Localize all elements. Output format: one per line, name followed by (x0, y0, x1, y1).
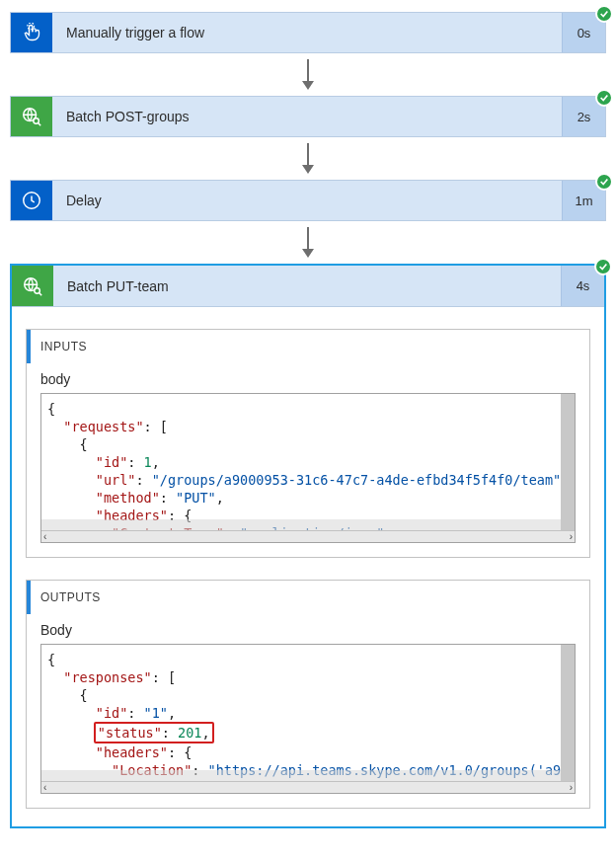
svg-line-7 (39, 292, 42, 295)
outputs-code-box[interactable]: { "responses": [ { "id": "1", "status": … (40, 644, 576, 794)
outputs-json: { "responses": [ { "id": "1", "status": … (41, 645, 561, 781)
svg-point-2 (34, 118, 39, 124)
inputs-json: { "requests": [ { "id": 1, "url": "/grou… (41, 394, 561, 530)
body-label: Body (27, 614, 589, 644)
arrow-icon (10, 59, 606, 90)
step-post-groups[interactable]: Batch POST-groups 2s (10, 96, 606, 137)
step-title: Delay (52, 181, 562, 220)
clock-icon (11, 181, 52, 220)
step-title: Batch PUT-team (53, 266, 561, 306)
outputs-section: OUTPUTS Body { "responses": [ { "id": "1… (26, 580, 590, 809)
touch-icon (11, 13, 52, 52)
arrow-icon (10, 143, 606, 174)
svg-line-3 (38, 123, 41, 126)
chevron-right-icon[interactable]: › (570, 531, 573, 542)
horizontal-scrollbar[interactable]: ‹ › (41, 781, 575, 793)
arrow-icon (10, 227, 606, 258)
step-put-team[interactable]: Batch PUT-team 4s (12, 266, 604, 307)
success-badge (595, 173, 613, 191)
globe-search-icon (11, 97, 52, 136)
vertical-scrollbar[interactable] (561, 394, 575, 530)
inputs-section: INPUTS body { "requests": [ { "id": 1, "… (26, 329, 590, 558)
horizontal-scrollbar[interactable]: ‹ › (41, 530, 575, 542)
step-delay[interactable]: Delay 1m (10, 180, 606, 221)
chevron-left-icon[interactable]: ‹ (43, 782, 46, 793)
inputs-code-box[interactable]: { "requests": [ { "id": 1, "url": "/grou… (40, 393, 576, 543)
chevron-left-icon[interactable]: ‹ (43, 531, 46, 542)
chevron-right-icon[interactable]: › (570, 782, 573, 793)
success-badge (595, 5, 613, 23)
step-title: Batch POST-groups (52, 97, 562, 136)
success-badge (594, 258, 612, 275)
inputs-header: INPUTS (27, 330, 589, 363)
svg-point-6 (35, 287, 40, 293)
globe-search-icon (12, 266, 53, 306)
body-label: body (27, 363, 589, 393)
success-badge (595, 89, 613, 107)
step-trigger[interactable]: Manually trigger a flow 0s (10, 12, 606, 53)
vertical-scrollbar[interactable] (561, 645, 575, 781)
step-put-team-expanded: Batch PUT-team 4s INPUTS body { "request… (10, 264, 606, 828)
step-title: Manually trigger a flow (52, 13, 562, 52)
outputs-header: OUTPUTS (27, 581, 589, 614)
